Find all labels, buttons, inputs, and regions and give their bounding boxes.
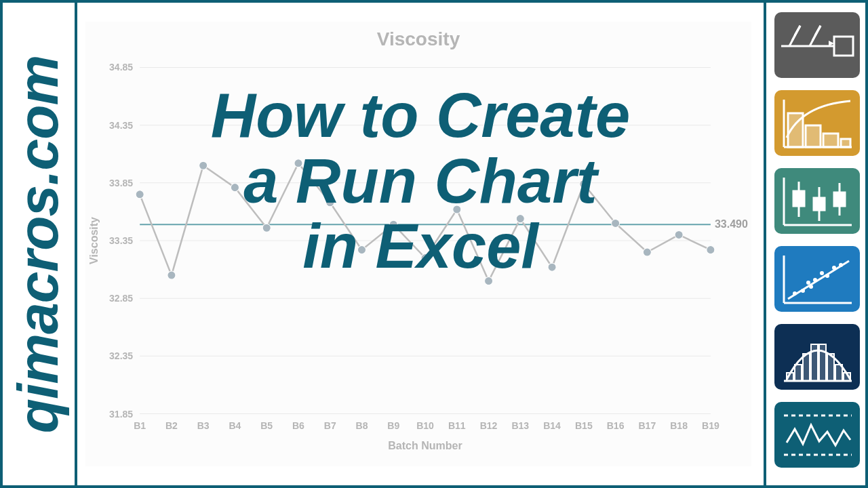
left-brand-rail: qimacros.com [3,3,77,485]
svg-text:33.35: 33.35 [109,235,133,246]
svg-text:B14: B14 [543,420,561,431]
svg-point-44 [357,246,366,254]
svg-text:B15: B15 [575,420,593,431]
svg-point-39 [199,161,208,169]
svg-text:Batch Number: Batch Number [388,439,462,451]
svg-rect-80 [834,192,845,206]
svg-text:B1: B1 [134,420,146,431]
svg-rect-81 [774,246,860,312]
svg-text:B7: B7 [324,420,336,431]
svg-point-45 [389,220,397,228]
svg-point-50 [548,263,556,271]
fishbone-icon [774,12,860,78]
run-chart-svg: 31.8532.3532.8533.3533.8534.3534.85B1B2B… [85,22,751,466]
svg-text:34.35: 34.35 [109,120,133,131]
svg-text:31.85: 31.85 [109,409,133,420]
svg-text:B6: B6 [292,420,304,431]
svg-point-53 [643,248,651,256]
svg-text:B11: B11 [448,420,466,431]
svg-rect-69 [806,125,821,147]
svg-text:32.35: 32.35 [109,350,133,361]
pareto-icon [774,90,860,156]
svg-text:B12: B12 [480,420,498,431]
svg-point-88 [813,278,817,282]
svg-text:B17: B17 [638,420,656,431]
svg-point-46 [421,254,429,262]
histogram-icon [774,324,860,390]
svg-point-87 [806,281,810,285]
svg-text:B5: B5 [260,420,273,431]
runchart-icon [774,402,860,468]
app-frame: qimacros.com Viscosity 31.8532.3532.8533… [0,0,868,488]
svg-point-49 [516,215,524,223]
svg-point-92 [839,263,843,267]
chart-canvas: Viscosity 31.8532.3532.8533.3533.8534.35… [85,22,751,466]
svg-rect-78 [814,198,825,210]
scatter-icon [774,246,860,312]
svg-point-90 [825,274,829,278]
svg-rect-76 [793,191,804,206]
svg-text:Viscosity: Viscosity [87,217,100,264]
svg-text:B4: B4 [229,420,241,431]
svg-text:B8: B8 [356,420,368,431]
svg-point-47 [453,205,461,214]
svg-point-86 [801,289,805,293]
svg-text:B2: B2 [165,420,178,431]
svg-point-42 [294,159,302,167]
svg-point-51 [580,180,588,188]
svg-point-43 [326,199,334,207]
svg-point-40 [231,184,239,192]
right-icon-rail [764,3,865,485]
svg-point-38 [167,271,176,279]
svg-text:33.490: 33.490 [715,218,748,230]
svg-text:32.85: 32.85 [109,293,133,304]
boxplot-icon [774,168,860,234]
svg-point-48 [485,277,493,285]
svg-text:33.85: 33.85 [109,178,133,188]
svg-point-93 [809,285,813,289]
svg-text:B13: B13 [511,420,529,431]
svg-point-91 [832,266,836,270]
svg-point-55 [707,246,715,254]
brand-site-text: qimacros.com [6,55,72,433]
svg-text:B16: B16 [607,420,625,431]
svg-point-89 [820,271,824,275]
svg-point-37 [136,190,144,199]
svg-text:B18: B18 [670,420,688,431]
svg-text:B10: B10 [416,420,434,431]
svg-point-41 [262,224,271,232]
chart-pane: Viscosity 31.8532.3532.8533.3533.8534.35… [77,3,764,485]
svg-rect-70 [823,134,838,147]
svg-text:34.85: 34.85 [109,62,133,73]
svg-rect-71 [841,139,850,147]
svg-text:B9: B9 [387,420,399,431]
svg-point-52 [612,219,620,227]
svg-rect-96 [795,365,802,381]
svg-text:B19: B19 [702,420,719,431]
svg-text:B3: B3 [197,420,210,431]
svg-rect-97 [803,354,810,381]
svg-point-54 [675,230,683,239]
svg-point-85 [793,291,797,296]
